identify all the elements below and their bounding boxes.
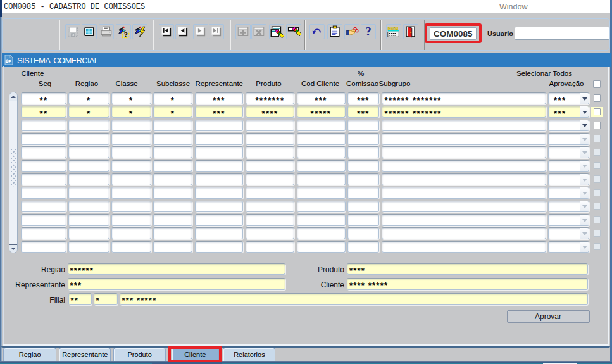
svg-text:Menu: Menu bbox=[388, 25, 399, 31]
svg-text:?: ? bbox=[365, 25, 371, 38]
svg-text:?: ? bbox=[123, 30, 127, 39]
